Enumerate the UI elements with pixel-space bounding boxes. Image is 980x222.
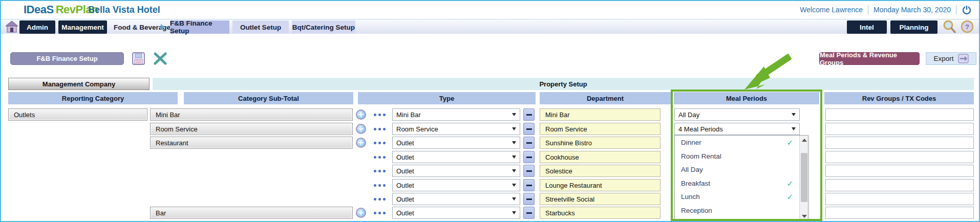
rev-groups-cell[interactable] — [825, 179, 974, 191]
welcome-text: Welcome Lawrence — [800, 6, 863, 14]
chevron-down-icon — [512, 127, 516, 130]
meal-period-option[interactable]: Dinner ✓ — [675, 136, 800, 149]
chevron-down-icon — [792, 127, 796, 130]
home-icon[interactable] — [5, 20, 18, 33]
meal-period-option[interactable]: Room Rental — [675, 149, 800, 163]
search-icon[interactable] — [942, 19, 956, 34]
power-icon[interactable] — [962, 5, 972, 15]
type-select[interactable]: Outlet — [392, 151, 520, 163]
nav-intel[interactable]: Intel — [847, 20, 887, 34]
sub-total-cell: Mini Bar — [150, 108, 353, 121]
rev-groups-cell[interactable] — [825, 193, 974, 205]
type-select[interactable]: Outlet — [392, 207, 520, 219]
more-icon[interactable] — [374, 212, 387, 214]
meal-period-select[interactable]: All Day — [674, 108, 800, 121]
add-icon[interactable] — [356, 138, 366, 148]
rev-groups-cell[interactable] — [825, 165, 974, 177]
cell-text: Mini Bar — [156, 111, 180, 119]
type-select[interactable]: Outlet — [392, 179, 520, 191]
page-title-button[interactable]: F&B Finance Setup — [10, 52, 124, 65]
add-icon[interactable] — [356, 124, 366, 134]
col-label: Rev Groups / TX Codes — [862, 95, 936, 102]
col-label: Reporting Category — [62, 95, 124, 102]
more-icon[interactable] — [374, 184, 387, 186]
column-header-type: Type — [358, 92, 536, 104]
chevron-down-icon — [512, 169, 516, 172]
chevron-down-icon — [512, 197, 516, 201]
nav-planning[interactable]: Planning — [890, 20, 938, 34]
table-row: Restaurant Outlet Sunshine Bistro — [1, 137, 979, 149]
type-select[interactable]: Mini Bar — [392, 108, 520, 121]
sub-total-cell: Bar — [150, 207, 353, 219]
type-select[interactable]: Room Service — [392, 123, 520, 135]
type-select[interactable]: Outlet — [392, 137, 520, 149]
more-icon[interactable] — [374, 128, 387, 130]
remove-icon[interactable] — [523, 123, 535, 135]
remove-icon[interactable] — [523, 179, 535, 191]
department-cell: Sunshine Bistro — [540, 137, 661, 149]
help-icon[interactable]: ? — [961, 20, 974, 33]
nav-admin[interactable]: Admin — [19, 20, 55, 34]
nav-management[interactable]: Management — [58, 20, 107, 34]
remove-icon[interactable] — [523, 108, 535, 121]
remove-icon[interactable] — [523, 193, 535, 205]
col-label: Category Sub-Total — [238, 95, 299, 102]
rev-groups-cell[interactable] — [825, 123, 974, 135]
meal-period-option[interactable]: All Day — [675, 163, 800, 176]
select-value: Outlet — [396, 209, 414, 217]
select-value: Mini Bar — [396, 111, 421, 119]
chevron-down-icon — [512, 211, 516, 214]
tab-outlet-setup[interactable]: Outlet Setup — [232, 20, 289, 34]
more-icon[interactable] — [374, 114, 387, 116]
more-icon[interactable] — [374, 156, 387, 158]
cancel-icon[interactable] — [154, 52, 167, 65]
management-company-label: Management Company — [42, 80, 115, 88]
tab-bqt-catering-setup[interactable]: Bqt/Catering Setup — [292, 20, 355, 34]
tab-outlet-label: Outlet Setup — [240, 24, 281, 31]
more-icon[interactable] — [374, 170, 387, 172]
select-value: Outlet — [396, 167, 414, 175]
remove-icon[interactable] — [523, 207, 535, 219]
type-select[interactable]: Outlet — [392, 165, 520, 177]
more-icon[interactable] — [374, 198, 387, 200]
add-icon[interactable] — [356, 208, 366, 218]
scrollbar-thumb[interactable] — [801, 153, 807, 202]
cell-text: Mini Bar — [545, 111, 570, 119]
table-row: Outlets Mini Bar Mini Bar Mini Bar All D… — [1, 108, 979, 121]
page-title-label: F&B Finance Setup — [36, 55, 97, 62]
meal-period-option[interactable]: Assign Meal Periods — [675, 217, 800, 220]
add-icon[interactable] — [356, 109, 366, 120]
department-cell: Lounge Restaurant — [540, 179, 661, 191]
meal-period-option[interactable]: Reception — [675, 204, 800, 217]
meal-period-option[interactable]: Breakfast ✓ — [675, 176, 800, 190]
cell-text: Outlets — [14, 111, 35, 119]
rev-groups-cell[interactable] — [825, 108, 974, 121]
tab-fb-finance-setup[interactable]: F&B Finance Setup — [170, 20, 229, 34]
breadcrumb-arrow-icon — [161, 20, 165, 34]
cell-text: Lounge Restaurant — [545, 182, 602, 189]
type-select[interactable]: Outlet — [392, 193, 520, 205]
remove-icon[interactable] — [523, 137, 535, 149]
meal-periods-revenue-groups-button[interactable]: Meal Periods & Revenue Groups — [819, 52, 920, 65]
rev-groups-cell[interactable] — [825, 137, 974, 149]
column-header-department: Department — [540, 92, 671, 104]
logo-ideas: IDeaS — [24, 3, 54, 16]
remove-icon[interactable] — [523, 165, 535, 177]
remove-icon[interactable] — [523, 151, 535, 163]
rev-groups-cell[interactable] — [825, 207, 974, 219]
select-value: All Day — [678, 111, 699, 119]
dropdown-scrollbar[interactable] — [799, 136, 808, 220]
meal-period-option[interactable]: Lunch ✓ — [675, 190, 800, 204]
meal-period-select-open[interactable]: 4 Meal Periods — [674, 123, 800, 135]
department-cell: Solestice — [540, 165, 661, 177]
select-value: Outlet — [396, 153, 414, 161]
rev-groups-cell[interactable] — [825, 151, 974, 163]
check-icon: ✓ — [786, 138, 793, 147]
scroll-up-icon[interactable] — [800, 136, 808, 144]
column-header-meal-periods: Meal Periods — [674, 92, 819, 104]
more-icon[interactable] — [374, 142, 387, 144]
scroll-down-icon[interactable] — [800, 212, 808, 220]
save-icon[interactable] — [132, 52, 145, 65]
export-button[interactable]: Export — [926, 52, 976, 65]
option-label: Dinner — [681, 139, 701, 146]
